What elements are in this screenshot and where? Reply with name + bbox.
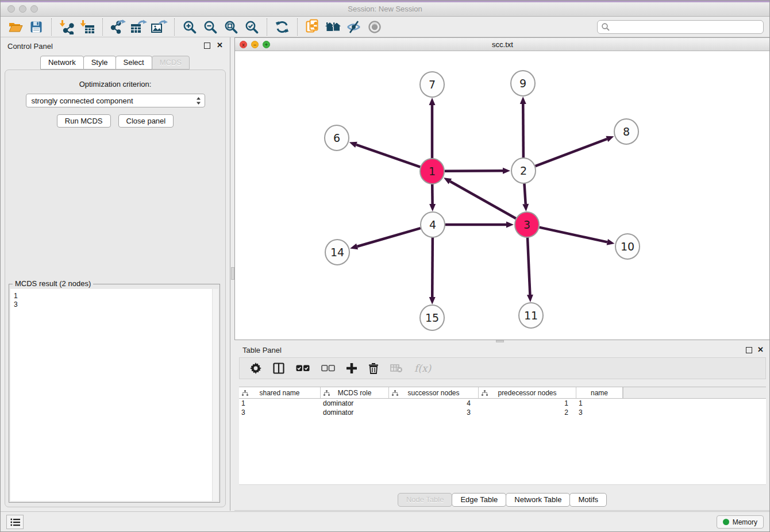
graph-edge-1-6[interactable] — [349, 142, 421, 167]
graph-edge-4-15[interactable] — [429, 237, 436, 304]
export-image-button[interactable] — [149, 18, 170, 36]
cell-successor-nodes[interactable]: 4 — [389, 399, 479, 408]
hide-selected-button[interactable] — [344, 18, 364, 36]
column-header-name[interactable]: name — [576, 387, 623, 398]
zoom-selected-button[interactable] — [241, 18, 262, 36]
graph-node-6[interactable]: 6 — [325, 125, 349, 151]
deselect-all-button[interactable] — [321, 360, 335, 376]
node-label: 2 — [520, 164, 527, 177]
function-builder-button[interactable]: f(x) — [414, 360, 431, 376]
zoom-out-button[interactable] — [200, 18, 221, 36]
show-all-button[interactable] — [323, 18, 344, 36]
show-column-button[interactable] — [273, 360, 284, 376]
tab-node-table[interactable]: Node Table — [398, 493, 453, 507]
tab-network-table[interactable]: Network Table — [506, 493, 570, 507]
cell-shared-name[interactable]: 1 — [239, 399, 321, 408]
node-label: 15 — [425, 311, 439, 324]
float-panel-icon[interactable] — [204, 43, 210, 49]
save-session-button[interactable] — [26, 18, 47, 36]
cell-mcds-role[interactable]: dominator — [321, 408, 389, 417]
result-scrollbar[interactable] — [212, 289, 218, 501]
tab-motifs[interactable]: Motifs — [569, 493, 607, 507]
memory-button[interactable]: Memory — [717, 515, 764, 529]
graph-node-7[interactable]: 7 — [420, 72, 444, 97]
export-table-button[interactable] — [128, 18, 149, 36]
network-window-titlebar[interactable]: x – + scc.txt — [235, 38, 770, 51]
graph-edge-1-2[interactable] — [445, 168, 510, 174]
graph-node-2[interactable]: 2 — [511, 158, 536, 183]
table-row[interactable]: 1 dominator 4 1 1 — [239, 399, 766, 408]
open-session-button[interactable] — [5, 18, 26, 36]
close-panel-icon[interactable]: ✕ — [217, 41, 223, 50]
zoom-in-button[interactable] — [179, 18, 200, 36]
eye-icon — [367, 20, 382, 34]
search-input[interactable] — [610, 21, 763, 33]
graph-node-3[interactable]: 3 — [515, 212, 539, 237]
graph-node-8[interactable]: 8 — [614, 119, 638, 144]
search-box — [597, 20, 764, 34]
clone-network-button[interactable] — [302, 18, 323, 36]
graph-node-15[interactable]: 15 — [420, 305, 444, 330]
delete-table-button[interactable] — [390, 360, 403, 376]
zoom-fit-button[interactable] — [221, 18, 241, 36]
optimization-criterion-select[interactable]: strongly connected component — [26, 94, 205, 107]
cell-shared-name[interactable]: 3 — [239, 408, 321, 417]
edge-arrowhead-icon — [429, 204, 436, 211]
node-label: 4 — [429, 218, 436, 231]
run-mcds-button[interactable]: Run MCDS — [57, 114, 111, 128]
tab-select[interactable]: Select — [116, 56, 152, 70]
namespace-icon — [324, 390, 330, 396]
tab-mcds[interactable]: MCDS — [152, 56, 190, 70]
show-graphics-details-button[interactable] — [364, 18, 385, 36]
cell-predecessor-nodes[interactable]: 1 — [479, 399, 576, 408]
graph-edge-2-8[interactable] — [536, 136, 614, 167]
delete-column-button[interactable] — [368, 360, 379, 376]
graph-node-1[interactable]: 1 — [420, 159, 444, 184]
graph-node-9[interactable]: 9 — [511, 71, 535, 96]
cell-name[interactable]: 1 — [576, 399, 623, 408]
edge-arrowhead-icon — [606, 136, 614, 142]
close-panel-button[interactable]: Close panel — [118, 114, 174, 128]
graph-node-10[interactable]: 10 — [615, 234, 640, 259]
float-panel-icon[interactable] — [746, 347, 752, 353]
graph-edge-4-14[interactable] — [350, 228, 421, 249]
graph-edge-1-4[interactable] — [429, 184, 436, 211]
graph-edge-3-1[interactable] — [444, 178, 516, 218]
graph-edge-3-11[interactable] — [527, 237, 533, 302]
graph-node-4[interactable]: 4 — [421, 212, 445, 237]
import-network-button[interactable] — [56, 18, 77, 36]
task-history-button[interactable] — [6, 515, 24, 529]
graph-edge-1-7[interactable] — [429, 98, 436, 159]
graph-node-11[interactable]: 11 — [519, 303, 543, 328]
table-row[interactable]: 3 dominator 3 2 3 — [239, 408, 766, 417]
graph-node-14[interactable]: 14 — [325, 240, 349, 265]
add-column-button[interactable] — [346, 360, 357, 376]
gear-icon — [250, 363, 261, 374]
tab-style[interactable]: Style — [83, 56, 116, 70]
tab-network[interactable]: Network — [40, 56, 84, 70]
column-header-shared-name[interactable]: shared name — [239, 387, 321, 398]
graph-edge-3-10[interactable] — [539, 228, 614, 245]
network-graph[interactable]: 7968124314101511 — [235, 51, 770, 340]
column-header-successor-nodes[interactable]: successor nodes — [389, 387, 479, 398]
column-header-mcds-role[interactable]: MCDS role — [321, 387, 389, 398]
network-canvas[interactable]: 7968124314101511 — [235, 51, 770, 340]
cell-name[interactable]: 3 — [576, 408, 623, 417]
select-all-button[interactable] — [296, 360, 310, 376]
table-settings-button[interactable] — [250, 360, 261, 376]
close-panel-icon[interactable]: ✕ — [757, 345, 764, 354]
toolbar-separator — [174, 18, 175, 36]
mcds-result-textarea[interactable]: 1 3 — [10, 289, 218, 501]
status-bar: Memory — [1, 511, 769, 531]
cell-successor-nodes[interactable]: 3 — [389, 408, 479, 417]
cell-mcds-role[interactable]: dominator — [321, 399, 389, 408]
export-network-button[interactable] — [107, 18, 128, 36]
graph-edge-4-3[interactable] — [445, 222, 514, 228]
cell-predecessor-nodes[interactable]: 2 — [479, 408, 576, 417]
import-table-button[interactable] — [77, 18, 98, 36]
refresh-button[interactable] — [272, 18, 292, 36]
graph-edge-2-3[interactable] — [522, 183, 529, 211]
column-header-predecessor-nodes[interactable]: predecessor nodes — [479, 387, 576, 398]
graph-edge-2-9[interactable] — [520, 97, 526, 158]
tab-edge-table[interactable]: Edge Table — [452, 493, 506, 507]
